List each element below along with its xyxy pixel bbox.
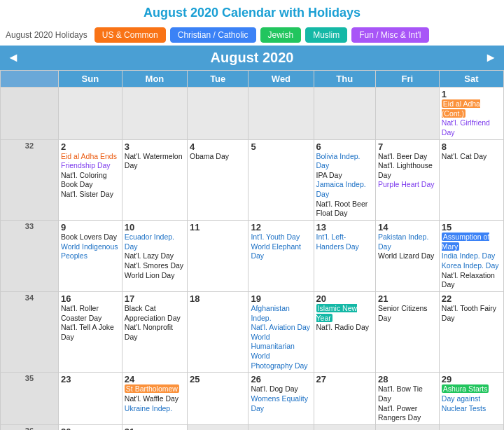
event: Eid al Adha (Cont.) (442, 99, 501, 118)
day-number: 17 (125, 293, 185, 304)
event: Black Cat Appreciation Day (125, 304, 185, 323)
filter-muslim[interactable]: Muslim (305, 27, 347, 43)
header-mon: Mon (122, 71, 187, 88)
event: Nat'l. Lighthouse Day (378, 161, 437, 180)
event: Ashura Starts (442, 384, 501, 394)
calendar-cell-aug21: 21 Senior Citizens Day (375, 291, 439, 372)
event: Eid al Adha Ends (61, 152, 120, 162)
event: World Lion Day (125, 271, 185, 281)
calendar-cell-aug1: 1 Eid al Adha (Cont.) Nat'l. Girlfriend … (439, 88, 503, 140)
calendar-cell-aug24: 24 St Bartholomew Nat'l. Waffle Day Ukra… (122, 373, 187, 425)
prev-arrow[interactable]: ◄ (7, 50, 20, 65)
next-arrow[interactable]: ► (484, 50, 497, 65)
event: Day against Nuclear Tests (442, 394, 501, 413)
event: Nat'l. Watermelon Day (125, 152, 185, 171)
calendar-cell-aug11: 11 (188, 221, 248, 292)
event: Nat'l. Root Beer Float Day (316, 200, 373, 219)
event: Nat'l. Coloring Book Day (61, 171, 120, 190)
event: World Lizard Day (378, 251, 437, 261)
calendar-cell-jul30 (314, 88, 375, 140)
event: World Indigenous Peoples (61, 242, 120, 261)
calendar-cell-aug15: 15 Assumption of Mary India Indep. Day K… (439, 221, 503, 292)
day-number: 19 (251, 293, 311, 304)
calendar-cell-sep2 (248, 424, 314, 430)
event: Ecuador Indep. Day (125, 233, 185, 251)
day-number: 21 (378, 293, 437, 304)
event: World Photography Day (251, 352, 311, 370)
calendar-cell-aug22: 22 Nat'l. Tooth Fairy Day (439, 291, 503, 372)
filter-fun[interactable]: Fun / Misc & Int'l (351, 27, 428, 43)
filter-us-common[interactable]: US & Common (94, 27, 166, 43)
calendar-header: ◄ August 2020 ► (0, 46, 504, 70)
day-number: 30 (61, 426, 120, 430)
calendar-cell-aug26: 26 Nat'l. Dog Day Womens Equality Day (248, 373, 314, 425)
day-number: 2 (61, 141, 120, 152)
wincalendar-label: WinCalendar (442, 426, 501, 430)
calendar-cell-aug3: 3 Nat'l. Watermelon Day (122, 139, 187, 220)
day-number: 5 (251, 141, 311, 152)
day-number: 26 (251, 374, 311, 384)
day-number: 28 (378, 374, 437, 384)
calendar-cell-aug19: 19 Afghanistan Indep. Nat'l. Aviation Da… (248, 291, 314, 372)
calendar-cell-aug31: 31 Overdose Awareness Day Trinidad & Tob… (122, 424, 187, 430)
filter-jewish[interactable]: Jewish (260, 27, 302, 43)
day-number: 27 (316, 374, 373, 384)
calendar-cell-sep1 (188, 424, 248, 430)
filter-christian[interactable]: Christian / Catholic (170, 27, 256, 43)
event: Nat'l. Girlfriend Day (442, 118, 501, 137)
calendar-cell-sep3 (314, 424, 375, 430)
event: Bolivia Indep. Day (316, 152, 373, 171)
calendar-cell-jul27 (122, 88, 187, 140)
calendar-cell-aug6: 6 Bolivia Indep. Day IPA Day Jamaica Ind… (314, 139, 375, 220)
event: Nat'l. Lazy Day (125, 251, 185, 261)
event: Obama Day (190, 152, 246, 162)
calendar-cell-aug7: 7 Nat'l. Beer Day Nat'l. Lighthouse Day … (375, 139, 439, 220)
day-number: 3 (125, 141, 185, 152)
event: Afghanistan Indep. (251, 304, 311, 323)
day-number: 23 (61, 374, 120, 384)
table-row: 34 16 Nat'l. Roller Coaster Day Nat'l. T… (1, 291, 504, 372)
event: Friendship Day (61, 161, 120, 171)
week-num: 32 (1, 139, 59, 220)
event: Int'l. Left-Handers Day (316, 233, 373, 251)
event: Int'l. Youth Day (251, 233, 311, 242)
day-number: 12 (251, 222, 311, 233)
event: Nat'l. Relaxation Day (442, 271, 501, 290)
table-row: 35 23 24 St Bartholomew Nat'l. Waffle Da… (1, 373, 504, 425)
table-row: 33 9 Book Lovers Day World Indigenous Pe… (1, 221, 504, 292)
week-num: 34 (1, 291, 59, 372)
event: Assumption of Mary (442, 233, 501, 251)
day-number: 14 (378, 222, 437, 233)
day-number: 31 (125, 426, 185, 430)
day-number: 20 (316, 293, 373, 304)
event: Korea Indep. Day (442, 261, 501, 271)
calendar-cell-aug30: 30 (58, 424, 122, 430)
calendar-cell-aug9: 9 Book Lovers Day World Indigenous Peopl… (58, 221, 122, 292)
header-tue: Tue (188, 71, 248, 88)
event: Nat'l. Nonprofit Day (125, 323, 185, 342)
table-row: 1 Eid al Adha (Cont.) Nat'l. Girlfriend … (1, 88, 504, 140)
header-wed: Wed (248, 71, 314, 88)
calendar-cell-aug12: 12 Int'l. Youth Day World Elephant Day (248, 221, 314, 292)
calendar-cell-sep4 (375, 424, 439, 430)
calendar-cell-jul28 (188, 88, 248, 140)
event: Nat'l. Sister Day (61, 190, 120, 200)
event: Senior Citizens Day (378, 304, 437, 323)
event: Jamaica Indep. Day (316, 180, 373, 199)
calendar-cell-aug13: 13 Int'l. Left-Handers Day (314, 221, 375, 292)
day-number: 11 (190, 222, 246, 233)
calendar-cell-aug17: 17 Black Cat Appreciation Day Nat'l. Non… (122, 291, 187, 372)
calendar-cell-aug25: 25 (188, 373, 248, 425)
event: Nat'l. Dog Day (251, 384, 311, 394)
calendar-cell-aug20: 20 Islamic New Year Nat'l. Radio Day (314, 291, 375, 372)
calendar-cell-aug16: 16 Nat'l. Roller Coaster Day Nat'l. Tell… (58, 291, 122, 372)
week-num: 35 (1, 373, 59, 425)
day-number: 22 (442, 293, 501, 304)
week-num: 36 (1, 424, 59, 430)
event: Nat'l. Power Rangers Day (378, 404, 437, 423)
event: Nat'l. Cat Day (442, 152, 501, 162)
event: Nat'l. Beer Day (378, 152, 437, 162)
event: Islamic New Year (316, 304, 373, 323)
day-number: 10 (125, 222, 185, 233)
page-title: August 2020 Calendar with Holidays (0, 0, 504, 25)
